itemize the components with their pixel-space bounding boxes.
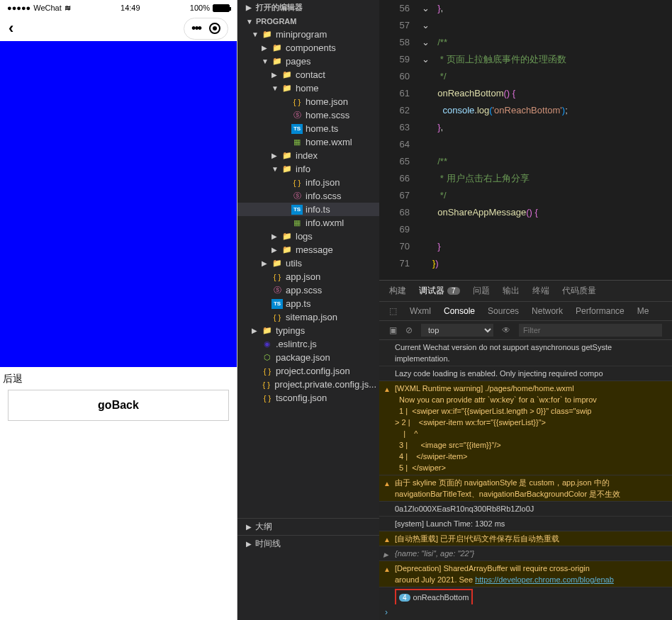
close-target-icon[interactable] xyxy=(209,23,220,34)
tab-Wxml[interactable]: Wxml xyxy=(410,306,431,316)
file-explorer[interactable]: ▶打开的编辑器 ▼PROGRAM ▼📁miniprogram▶📁componen… xyxy=(237,0,379,620)
file-tree[interactable]: ▼📁miniprogram▶📁components▼📁pages▶📁contac… xyxy=(237,28,379,405)
folder-utils[interactable]: ▶📁utils xyxy=(237,257,379,270)
file-app.scss[interactable]: ⓢapp.scss xyxy=(237,283,379,297)
console-row[interactable]: 由于 skyline 页面的 navigationStyle 是 custom，… xyxy=(379,475,672,502)
tree-label: app.scss xyxy=(286,285,322,295)
chevron-icon[interactable]: ▶ xyxy=(271,71,279,79)
tab-代码质量[interactable]: 代码质量 xyxy=(562,285,596,297)
folder-pages[interactable]: ▼📁pages xyxy=(237,55,379,68)
tab-终端[interactable]: 终端 xyxy=(532,285,549,297)
tab-Me[interactable]: Me xyxy=(637,306,649,316)
outline-section[interactable]: ▶ 大纲 xyxy=(237,518,379,535)
back-icon[interactable]: ‹ xyxy=(9,19,13,38)
console-row[interactable]: [自动热重载] 已开启!代码文件保存后自动热重载 xyxy=(379,531,672,546)
folder-contact[interactable]: ▶📁contact xyxy=(237,68,379,81)
file-info.json[interactable]: { }info.json xyxy=(237,176,379,189)
console-toolbar[interactable]: ▣ ⊘ top 👁 xyxy=(379,321,672,340)
chevron-icon[interactable]: ▶ xyxy=(262,44,269,52)
file-home.wxml[interactable]: ▦home.wxml xyxy=(237,135,379,149)
file-project.private.config.js...[interactable]: { }project.private.config.js... xyxy=(237,378,379,391)
simulator-pane: ●●●●● WeChat 14:49 100% ‹ ••• 后退 goBack xyxy=(0,0,237,620)
folder-home[interactable]: ▼📁home xyxy=(237,81,379,95)
tab-Performance[interactable]: Performance xyxy=(576,306,625,316)
file-icon: { } xyxy=(291,178,303,188)
context-select[interactable]: top xyxy=(421,324,493,337)
timeline-section[interactable]: ▶ 时间线 xyxy=(237,535,379,552)
folder-logs[interactable]: ▶📁logs xyxy=(237,230,379,243)
file-home.ts[interactable]: TShome.ts xyxy=(237,122,379,135)
file-tsconfig.json[interactable]: { }tsconfig.json xyxy=(237,391,379,405)
filter-input[interactable] xyxy=(519,324,662,337)
live-expr-icon[interactable]: 👁 xyxy=(502,325,510,335)
tab-输出[interactable]: 输出 xyxy=(503,285,520,297)
tree-label: typings xyxy=(276,325,305,336)
console-output[interactable]: Current Wechat version do not support as… xyxy=(379,340,672,604)
console-row[interactable]: Lazy code loading is enabled. Only injec… xyxy=(379,366,672,381)
console-row[interactable]: 4onReachBottom xyxy=(379,587,672,604)
tab-Console[interactable]: Console xyxy=(444,306,475,316)
inspect-icon[interactable]: ⬚ xyxy=(389,306,397,316)
tab-Network[interactable]: Network xyxy=(532,306,563,316)
console-row[interactable]: Current Wechat version do not support as… xyxy=(379,340,672,366)
chevron-icon[interactable]: ▶ xyxy=(271,246,279,254)
console-row[interactable]: [WXML Runtime warning] ./pages/home/home… xyxy=(379,381,672,475)
tab-构建[interactable]: 构建 xyxy=(389,285,406,297)
toggle-sidebar-icon[interactable]: ▣ xyxy=(389,325,397,335)
code-editor[interactable]: 56575859606162636465666768697071 ⌄⌄⌄⌄ },… xyxy=(379,0,672,280)
tree-label: sitemap.json xyxy=(286,312,337,322)
chevron-icon[interactable]: ▼ xyxy=(252,30,259,38)
tab-调试器[interactable]: 调试器7 xyxy=(419,285,460,297)
file-home.scss[interactable]: ⓢhome.scss xyxy=(237,108,379,122)
file-info.scss[interactable]: ⓢinfo.scss xyxy=(237,189,379,203)
tree-label: tsconfig.json xyxy=(276,393,327,403)
goback-button[interactable]: goBack xyxy=(8,390,230,421)
file-project.config.json[interactable]: { }project.config.json xyxy=(237,364,379,378)
open-editors-section[interactable]: ▶打开的编辑器 xyxy=(237,0,379,15)
chevron-icon[interactable]: ▼ xyxy=(271,84,279,92)
chevron-icon[interactable]: ▶ xyxy=(271,232,279,240)
file-icon: TS xyxy=(271,299,283,309)
file-package.json[interactable]: ⬡package.json xyxy=(237,351,379,364)
warning-icon xyxy=(383,478,392,486)
folder-info[interactable]: ▼📁info xyxy=(237,162,379,176)
folder-typings[interactable]: ▶📁typings xyxy=(237,324,379,337)
tab-问题[interactable]: 问题 xyxy=(473,285,490,297)
devtools-tabs-primary[interactable]: 构建调试器7问题输出终端代码质量 xyxy=(379,281,672,302)
console-row[interactable]: {name: "lisi", age: "22"} xyxy=(379,546,672,561)
console-row[interactable]: 0a1Zlo000XEasR10nq300Rb8Rb1Zlo0J xyxy=(379,502,672,517)
folder-index[interactable]: ▶📁index xyxy=(237,149,379,162)
console-row[interactable]: [system] Launch Time: 1302 ms xyxy=(379,517,672,531)
chevron-icon[interactable]: ▶ xyxy=(271,152,279,159)
chevron-icon[interactable]: ▶ xyxy=(262,259,269,267)
chevron-icon[interactable]: ▶ xyxy=(252,327,259,334)
file-app.json[interactable]: { }app.json xyxy=(237,270,379,283)
folder-components[interactable]: ▶📁components xyxy=(237,41,379,55)
chevron-icon[interactable]: ▼ xyxy=(271,165,279,173)
folder-message[interactable]: ▶📁message xyxy=(237,243,379,257)
console-prompt[interactable]: › xyxy=(379,604,672,620)
clear-console-icon[interactable]: ⊘ xyxy=(405,325,413,335)
tree-label: pages xyxy=(286,56,310,67)
console-link[interactable]: https://developer.chrome.com/blog/enab xyxy=(475,575,614,584)
menu-dots-icon[interactable]: ••• xyxy=(191,21,201,36)
file-.eslintrc.js[interactable]: ◉.eslintrc.js xyxy=(237,337,379,351)
capsule-menu[interactable]: ••• xyxy=(184,18,228,40)
file-app.ts[interactable]: TSapp.ts xyxy=(237,297,379,310)
log-text: [WXML Runtime warning] ./pages/home/home… xyxy=(395,384,597,472)
page-content[interactable] xyxy=(0,41,237,367)
log-text: 0a1Zlo000XEasR10nq300Rb8Rb1Zlo0J xyxy=(395,505,534,513)
tree-label: contact xyxy=(296,69,325,80)
file-info.wxml[interactable]: ▦info.wxml xyxy=(237,216,379,230)
file-info.ts[interactable]: TSinfo.ts xyxy=(237,203,379,216)
tree-label: info.scss xyxy=(306,191,342,201)
expand-icon[interactable] xyxy=(383,548,392,557)
file-home.json[interactable]: { }home.json xyxy=(237,95,379,108)
chevron-icon[interactable]: ▼ xyxy=(262,57,269,65)
console-row[interactable]: [Deprecation] SharedArrayBuffer will req… xyxy=(379,561,672,587)
project-root[interactable]: ▼PROGRAM xyxy=(237,15,379,28)
folder-miniprogram[interactable]: ▼📁miniprogram xyxy=(237,28,379,41)
devtools-tabs-secondary[interactable]: ⬚ WxmlConsoleSourcesNetworkPerformanceMe xyxy=(379,302,672,321)
file-sitemap.json[interactable]: { }sitemap.json xyxy=(237,310,379,324)
tab-Sources[interactable]: Sources xyxy=(488,306,519,316)
